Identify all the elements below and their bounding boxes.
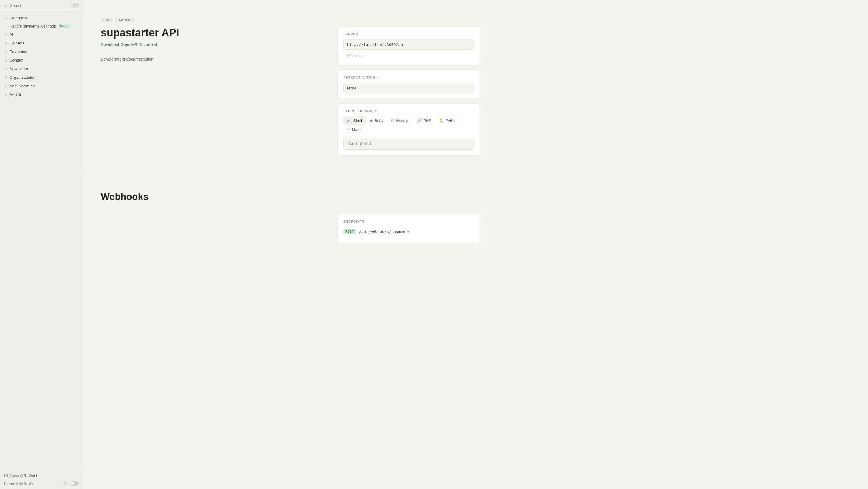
powered-by-row: Powered by Scalar — [4, 481, 79, 486]
chevron-right-icon — [4, 33, 8, 36]
sidebar-item-health[interactable]: Health — [0, 90, 83, 99]
chevron-right-icon — [4, 84, 8, 88]
sidebar-item-contact[interactable]: Contact — [0, 56, 83, 65]
api-title: supastarter API — [101, 27, 320, 39]
auth-chevron-icon[interactable] — [376, 76, 380, 79]
download-link[interactable]: Download OpenAPI Document — [101, 42, 157, 47]
api-info-right: SERVER API server AUTHENTICATION — [338, 27, 480, 155]
api-info-left: supastarter API Download OpenAPI Documen… — [101, 27, 320, 62]
server-section-title: SERVER — [343, 32, 474, 36]
endpoint-path: /api/webhooks/payments — [359, 229, 410, 234]
endpoints-title: ENDPOINTS — [343, 220, 474, 223]
sidebar-item-newsletter[interactable]: Newsletter — [0, 65, 83, 73]
sidebar-item-label: Payments — [9, 50, 79, 54]
tab-shell[interactable]: >_ Shell — [343, 116, 366, 125]
webhooks-title: Webhooks — [101, 191, 480, 202]
auth-card: AUTHENTICATION None — [338, 70, 480, 99]
sidebar-item-payments[interactable]: Payments — [0, 47, 83, 56]
tab-php[interactable]: 🔗 PHP — [413, 116, 435, 125]
auth-title-row: AUTHENTICATION — [343, 76, 474, 79]
client-libraries-title: CLIENT LIBRARIES — [343, 109, 474, 113]
sidebar-item-label: Health — [9, 92, 79, 97]
endpoint-method-badge: POST — [343, 229, 356, 234]
python-icon: 🐍 — [439, 118, 444, 123]
api-info-section: 1.0.0 OAS 3.0.3 supastarter API Download… — [83, 0, 498, 173]
nav-sub-label: Handle payments webhook — [9, 24, 56, 28]
search-bar[interactable]: Search ⌘K — [0, 0, 83, 11]
search-icon — [4, 4, 8, 8]
sidebar-item-label: Webhooks — [9, 16, 79, 20]
chevron-right-icon — [4, 67, 8, 71]
sidebar-item-label: AI — [9, 32, 79, 37]
oas-badge: OAS 3.0.3 — [115, 18, 135, 23]
main-content: 1.0.0 OAS 3.0.3 supastarter API Download… — [83, 0, 868, 489]
ruby-icon: ◆ — [370, 118, 373, 123]
tab-ruby-label: Ruby — [374, 119, 383, 123]
external-link-icon — [4, 474, 8, 478]
server-card: SERVER API server — [338, 27, 480, 65]
sidebar: Search ⌘K Webhooks Handle payments webho… — [0, 0, 83, 489]
sidebar-item-label: Contact — [9, 58, 79, 62]
more-icon: ··· — [347, 127, 350, 132]
version-badges: 1.0.0 OAS 3.0.3 — [101, 18, 480, 23]
sidebar-item-administration[interactable]: Administration — [0, 82, 83, 90]
chevron-right-icon — [4, 50, 8, 54]
sidebar-item-organizations[interactable]: Organizations — [0, 73, 83, 82]
sidebar-item-ai[interactable]: AI — [0, 30, 83, 39]
sidebar-item-uploads[interactable]: Uploads — [0, 39, 83, 47]
tab-php-label: PHP — [423, 119, 431, 123]
sidebar-item-label: Organizations — [9, 75, 79, 79]
chevron-right-icon — [4, 93, 8, 97]
chevron-right-icon — [4, 59, 8, 62]
gear-icon[interactable] — [63, 481, 68, 486]
endpoints-card: ENDPOINTS POST /api/webhooks/payments — [338, 214, 480, 242]
tab-python-label: Python — [445, 119, 457, 123]
nodejs-icon: ⬡ — [391, 118, 395, 123]
tab-shell-label: Shell — [353, 119, 362, 123]
sidebar-footer: Open API Client Powered by Scalar — [0, 469, 83, 489]
post-badge: POST — [58, 24, 70, 28]
tab-nodejs-label: Node.js — [396, 119, 409, 123]
sidebar-item-label: Uploads — [9, 41, 79, 45]
sidebar-subitem-payments-webhook[interactable]: Handle payments webhook POST — [0, 22, 83, 30]
version-badge: 1.0.0 — [101, 18, 113, 23]
sidebar-item-label: Administration — [9, 84, 79, 88]
code-area: Curl Shell — [343, 138, 474, 150]
sidebar-item-webhooks[interactable]: Webhooks — [0, 13, 83, 22]
chevron-right-icon — [4, 76, 8, 79]
client-lib-tabs: >_ Shell ◆ Ruby ⬡ Node.js 🔗 — [343, 116, 474, 133]
webhooks-layout: ENDPOINTS POST /api/webhooks/payments — [101, 214, 480, 242]
php-icon: 🔗 — [417, 118, 422, 123]
webhooks-left — [101, 214, 320, 242]
search-placeholder: Search — [10, 3, 22, 8]
auth-value: None — [343, 83, 474, 93]
open-api-label: Open API Client — [10, 473, 37, 478]
tab-python[interactable]: 🐍 Python — [435, 116, 461, 125]
server-url-input[interactable] — [343, 39, 474, 50]
api-description: Development documentation — [101, 57, 320, 62]
open-api-client-button[interactable]: Open API Client — [4, 472, 79, 479]
api-info-row: supastarter API Download OpenAPI Documen… — [101, 27, 480, 155]
shell-icon: >_ — [347, 118, 352, 123]
theme-toggle[interactable] — [70, 481, 79, 486]
tab-ruby[interactable]: ◆ Ruby — [366, 116, 387, 125]
powered-by-label: Powered by Scalar — [4, 482, 34, 486]
chevron-down-icon — [4, 16, 8, 20]
sidebar-nav: Webhooks Handle payments webhook POST AI… — [0, 11, 83, 469]
svg-line-1 — [7, 6, 8, 7]
search-shortcut: ⌘K — [71, 3, 79, 8]
tab-more-label: More — [352, 127, 361, 132]
toggle-knob — [71, 482, 74, 485]
endpoint-row: POST /api/webhooks/payments — [343, 227, 474, 236]
chevron-right-icon — [4, 41, 8, 45]
svg-point-0 — [5, 4, 7, 6]
client-libraries-card: CLIENT LIBRARIES >_ Shell ◆ Ruby ⬡ Node. — [338, 104, 480, 155]
sidebar-item-label: Newsletter — [9, 67, 79, 71]
tab-nodejs[interactable]: ⬡ Node.js — [388, 116, 413, 125]
server-description: API server — [343, 52, 474, 60]
webhooks-right: ENDPOINTS POST /api/webhooks/payments — [338, 214, 480, 242]
webhooks-section: Webhooks ENDPOINTS POST /api/webhooks/pa… — [83, 173, 498, 260]
tab-more[interactable]: ··· More — [343, 125, 364, 133]
auth-title: AUTHENTICATION — [343, 76, 380, 79]
